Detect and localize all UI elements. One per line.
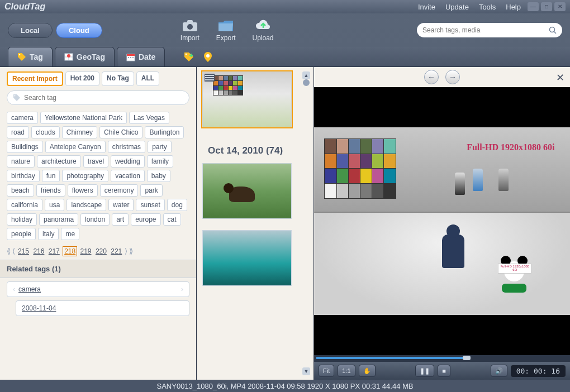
tag-chip[interactable]: Chimney bbox=[62, 126, 97, 138]
tag-chip[interactable]: Yellowstone National Park bbox=[40, 112, 127, 124]
global-search[interactable] bbox=[417, 23, 562, 37]
tag-chip[interactable]: Buildings bbox=[7, 141, 43, 153]
stop-button[interactable]: ■ bbox=[438, 365, 450, 377]
tag-chip[interactable]: me bbox=[61, 228, 79, 240]
tag-chip[interactable]: nature bbox=[7, 155, 35, 168]
tag-chip[interactable]: Chile Chico bbox=[99, 126, 142, 138]
tag-chip[interactable]: park bbox=[140, 184, 162, 197]
pager-page[interactable]: 217 bbox=[48, 247, 61, 256]
menu-invite[interactable]: Invite bbox=[418, 3, 435, 11]
scroll-down-button[interactable]: ▼ bbox=[302, 367, 310, 375]
pause-button[interactable]: ❚❚ bbox=[415, 365, 434, 377]
tag-chip[interactable]: dog bbox=[167, 199, 187, 211]
video-frame[interactable]: Full-HD 1920x1080 60i Full-HD 1920x1080 … bbox=[314, 87, 570, 355]
import-button[interactable]: Import bbox=[180, 18, 200, 42]
pager-page[interactable]: 220 bbox=[94, 247, 108, 256]
tag-chip[interactable]: architecture bbox=[37, 155, 81, 168]
one-to-one-button[interactable]: 1:1 bbox=[338, 365, 355, 377]
tag-chip[interactable]: friends bbox=[36, 184, 65, 197]
tag-chip[interactable]: family bbox=[147, 155, 173, 168]
scroll-up-button[interactable]: ▲ bbox=[302, 71, 310, 79]
mode-local[interactable]: Local bbox=[8, 23, 53, 38]
tag-chip[interactable]: baby bbox=[147, 170, 170, 182]
thumbnail-item[interactable] bbox=[202, 163, 292, 219]
pager-next[interactable]: ⟩ bbox=[125, 247, 127, 255]
tab-date[interactable]: Date bbox=[117, 47, 165, 66]
tag-chip[interactable]: party bbox=[148, 141, 172, 153]
tag-chip[interactable]: wedding bbox=[111, 155, 145, 168]
tag-chip[interactable]: road bbox=[7, 126, 29, 138]
related-date-item[interactable]: 2008-11-04 bbox=[16, 300, 189, 316]
upload-button[interactable]: Upload bbox=[253, 18, 274, 42]
tag-chip[interactable]: photography bbox=[62, 170, 108, 182]
menu-help[interactable]: Help bbox=[506, 3, 521, 11]
related-date-link[interactable]: 2008-11-04 bbox=[22, 304, 56, 312]
tab-geotag[interactable]: GeoTag bbox=[55, 47, 115, 66]
tag-search[interactable] bbox=[7, 90, 189, 105]
tag-chip[interactable]: italy bbox=[38, 228, 59, 240]
menu-update[interactable]: Update bbox=[445, 3, 469, 11]
tag-chip[interactable]: beach bbox=[7, 184, 34, 197]
next-media-button[interactable]: → bbox=[445, 70, 460, 84]
tag-chip[interactable]: camera bbox=[7, 112, 38, 124]
pager-prev[interactable]: ⟨ bbox=[12, 247, 15, 255]
minimize-button[interactable]: — bbox=[528, 2, 539, 11]
tag-chip[interactable]: Las Vegas bbox=[129, 112, 169, 124]
tag-chip[interactable]: usa bbox=[45, 199, 64, 211]
volume-button[interactable]: 🔊 bbox=[491, 365, 507, 377]
filter-no-tag[interactable]: No Tag bbox=[102, 71, 134, 86]
export-button[interactable]: Export bbox=[216, 18, 236, 42]
tag-chip[interactable]: ceremony bbox=[100, 184, 139, 197]
mode-cloud[interactable]: Cloud bbox=[56, 23, 102, 38]
tag-chip[interactable]: cat bbox=[163, 213, 181, 226]
global-search-input[interactable] bbox=[422, 26, 549, 34]
tag-chip[interactable]: fun bbox=[42, 170, 60, 182]
pager-page[interactable]: 221 bbox=[110, 247, 123, 256]
tag-chip[interactable]: europe bbox=[131, 213, 160, 226]
pager-page[interactable]: 215 bbox=[17, 247, 30, 256]
video-progress[interactable] bbox=[314, 355, 570, 362]
pager-first[interactable]: ⟪ bbox=[7, 247, 11, 255]
geotag-pin-icon[interactable] bbox=[204, 52, 212, 62]
progress-handle[interactable] bbox=[463, 356, 471, 360]
maximize-button[interactable]: □ bbox=[541, 2, 552, 11]
tag-chip[interactable]: vacation bbox=[111, 170, 145, 182]
pager-page[interactable]: 216 bbox=[32, 247, 45, 256]
tab-tag[interactable]: Tag bbox=[8, 47, 53, 66]
menu-tools[interactable]: Tools bbox=[479, 3, 496, 11]
fit-button[interactable]: Fit bbox=[319, 365, 334, 377]
related-tag-link[interactable]: camera bbox=[18, 285, 41, 293]
pager-page[interactable]: 218 bbox=[63, 246, 77, 256]
tag-chip[interactable]: sunset bbox=[136, 199, 164, 211]
tag-chip[interactable]: art bbox=[112, 213, 129, 226]
close-button[interactable]: ✕ bbox=[554, 2, 566, 11]
tag-chip[interactable]: flowers bbox=[68, 184, 98, 197]
tag-chip[interactable]: clouds bbox=[31, 126, 60, 138]
tag-chip[interactable]: birthday bbox=[7, 170, 40, 182]
scroll-thumb[interactable] bbox=[303, 79, 310, 86]
tag-chip[interactable]: Antelope Canyon bbox=[45, 141, 106, 153]
filter-recent-import[interactable]: Recent Import bbox=[7, 71, 63, 86]
pager-page[interactable]: 219 bbox=[79, 247, 93, 256]
pan-button[interactable]: ✋ bbox=[359, 365, 376, 377]
related-tag-item[interactable]: ‹ camera › bbox=[7, 281, 189, 297]
tag-chip[interactable]: travel bbox=[83, 155, 108, 168]
tag-chip[interactable]: london bbox=[80, 213, 110, 226]
tag-chip[interactable]: california bbox=[7, 199, 42, 211]
tag-chip[interactable]: landscape bbox=[66, 199, 106, 211]
filter-hot-200[interactable]: Hot 200 bbox=[65, 71, 99, 86]
thumbnail-item[interactable] bbox=[202, 230, 292, 286]
tag-chip[interactable]: water bbox=[108, 199, 134, 211]
tag-chip[interactable]: Burlington bbox=[145, 126, 184, 138]
tag-chip[interactable]: christmas bbox=[108, 141, 145, 153]
close-preview-button[interactable]: ✕ bbox=[556, 71, 564, 84]
tag-chip[interactable]: holiday bbox=[7, 213, 37, 226]
thumbnail-item[interactable] bbox=[202, 71, 292, 127]
pager-last[interactable]: ⟫ bbox=[129, 247, 133, 255]
filter-all[interactable]: ALL bbox=[136, 71, 159, 86]
tag-search-input[interactable] bbox=[24, 94, 183, 102]
prev-media-button[interactable]: ← bbox=[424, 70, 439, 84]
tag-chip[interactable]: people bbox=[7, 228, 36, 240]
add-tag-icon[interactable] bbox=[184, 52, 194, 62]
tag-chip[interactable]: panorama bbox=[39, 213, 78, 226]
